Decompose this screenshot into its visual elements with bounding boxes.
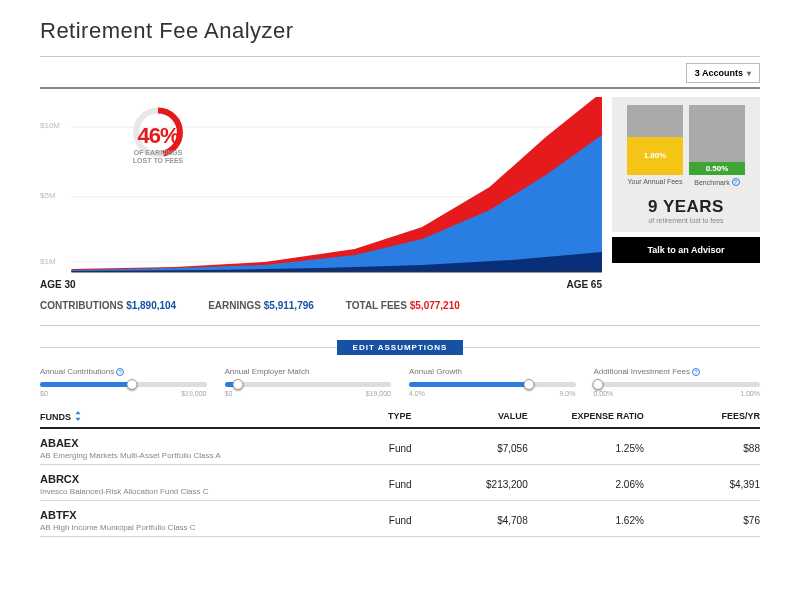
fund-ticker: ABTFX — [40, 509, 295, 521]
slider-label: Annual Employer Match — [225, 367, 392, 376]
accounts-dropdown[interactable]: 3 Accounts ▾ — [686, 63, 760, 83]
y-tick: $5M — [40, 191, 56, 200]
fund-name: AB High Income Municipal Portfolio Class… — [40, 523, 295, 532]
slider-track[interactable] — [409, 382, 576, 387]
benchmark-label: Benchmark? — [694, 178, 739, 186]
donut-sub: OF EARNINGS — [110, 149, 206, 157]
slider-min: $0 — [225, 390, 233, 397]
fund-name: Invesco Balanced-Risk Allocation Fund Cl… — [40, 487, 295, 496]
slider-track[interactable] — [225, 382, 392, 387]
years-lost: 9 YEARS — [620, 197, 752, 217]
slider-min: 0.00% — [594, 390, 614, 397]
slider-min: 4.0% — [409, 390, 425, 397]
help-icon[interactable]: ? — [116, 368, 124, 376]
slider-label: Additional Investment Fees ? — [594, 367, 761, 376]
fund-fees: $4,391 — [644, 479, 760, 490]
age-start-label: AGE 30 — [40, 279, 76, 290]
donut-sub: LOST TO FEES — [110, 157, 206, 165]
page-title: Retirement Fee Analyzer — [40, 18, 760, 44]
table-row[interactable]: ABAEXAB Emerging Markets Multi-Asset Por… — [40, 429, 760, 465]
fund-type: Fund — [295, 515, 411, 526]
y-tick: $1M — [40, 257, 56, 266]
fund-fees: $88 — [644, 443, 760, 454]
fund-ticker: ABRCX — [40, 473, 295, 485]
benchmark-bar: 0.50% — [689, 105, 745, 175]
col-type[interactable]: TYPE — [295, 411, 411, 423]
age-end-label: AGE 65 — [566, 279, 602, 290]
divider — [40, 56, 760, 57]
stat-contributions: CONTRIBUTIONS $1,890,104 — [40, 300, 176, 311]
your-fee-label: Your Annual Fees — [627, 178, 682, 185]
accounts-label: 3 Accounts — [695, 68, 743, 78]
fund-ratio: 1.25% — [528, 443, 644, 454]
stat-total-fees: TOTAL FEES $5,077,210 — [346, 300, 460, 311]
fund-value: $7,056 — [412, 443, 528, 454]
donut-percent: 46% — [110, 123, 206, 149]
talk-to-advisor-button[interactable]: Talk to an Advisor — [612, 237, 760, 263]
your-fee-bar: 1.80% — [627, 105, 683, 175]
fund-name: AB Emerging Markets Multi-Asset Portfoli… — [40, 451, 295, 460]
y-tick: $10M — [40, 121, 60, 130]
slider-max: 1.00% — [740, 390, 760, 397]
help-icon[interactable]: ? — [692, 368, 700, 376]
stat-earnings: EARNINGS $5,911,796 — [208, 300, 314, 311]
your-fee-value: 1.80% — [627, 137, 683, 176]
fee-comparison-panel: 1.80% Your Annual Fees 0.50% Benchmark? … — [612, 97, 760, 232]
table-row[interactable]: ABRCXInvesco Balanced-Risk Allocation Fu… — [40, 465, 760, 501]
fund-type: Fund — [295, 479, 411, 490]
slider-annual-growth[interactable]: Annual Growth4.0%9.0% — [409, 367, 576, 397]
col-fees-yr[interactable]: FEES/YR — [644, 411, 760, 423]
divider — [40, 87, 760, 89]
fund-value: $213,200 — [412, 479, 528, 490]
slider-max: $19,000 — [181, 390, 206, 397]
donut-summary: 46% OF EARNINGS LOST TO FEES — [110, 111, 206, 166]
fund-type: Fund — [295, 443, 411, 454]
slider-label: Annual Growth — [409, 367, 576, 376]
help-icon[interactable]: ? — [732, 178, 740, 186]
slider-annual-employer-match[interactable]: Annual Employer Match$0$19,000 — [225, 367, 392, 397]
fund-ratio: 1.62% — [528, 515, 644, 526]
slider-label: Annual Contributions ? — [40, 367, 207, 376]
slider-max: 9.0% — [560, 390, 576, 397]
table-row[interactable]: ABTFXAB High Income Municipal Portfolio … — [40, 501, 760, 537]
edit-assumptions-button[interactable]: EDIT ASSUMPTIONS — [337, 340, 464, 355]
slider-track[interactable] — [40, 382, 207, 387]
col-funds[interactable]: FUNDS — [40, 411, 295, 423]
years-lost-sub: of retirement lost to fees — [620, 217, 752, 224]
chevron-down-icon: ▾ — [747, 69, 751, 78]
col-value[interactable]: VALUE — [412, 411, 528, 423]
fund-fees: $76 — [644, 515, 760, 526]
benchmark-value: 0.50% — [689, 162, 745, 175]
sort-icon — [74, 411, 82, 423]
slider-max: $19,000 — [366, 390, 391, 397]
slider-additional-investment-fees[interactable]: Additional Investment Fees ?0.00%1.00% — [594, 367, 761, 397]
slider-annual-contributions[interactable]: Annual Contributions ?$0$19,000 — [40, 367, 207, 397]
fund-ticker: ABAEX — [40, 437, 295, 449]
slider-min: $0 — [40, 390, 48, 397]
slider-track[interactable] — [594, 382, 761, 387]
col-expense-ratio[interactable]: EXPENSE RATIO — [528, 411, 644, 423]
fund-value: $4,708 — [412, 515, 528, 526]
projection-chart: $10M $5M $1M 46% OF EARNINGS — [40, 97, 602, 277]
fund-ratio: 2.06% — [528, 479, 644, 490]
